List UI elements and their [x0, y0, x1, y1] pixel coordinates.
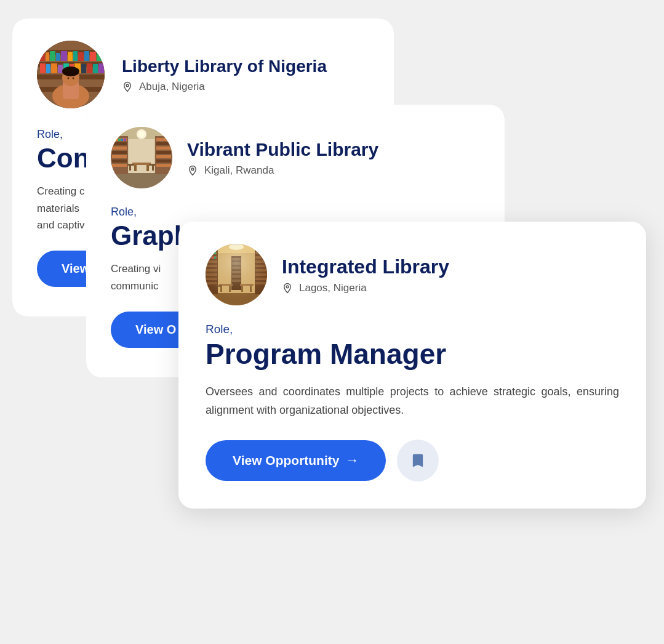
svg-rect-26: [93, 64, 98, 73]
svg-rect-17: [40, 63, 46, 73]
svg-rect-52: [121, 139, 123, 141]
svg-rect-87: [207, 257, 209, 259]
org-info-integrated: Integrated Library Lagos, Nigeria: [282, 255, 449, 294]
org-name-integrated: Integrated Library: [282, 255, 449, 278]
svg-point-31: [62, 66, 79, 76]
svg-rect-46: [112, 155, 127, 158]
svg-point-40: [138, 131, 145, 137]
svg-rect-37: [111, 173, 172, 188]
svg-rect-43: [112, 142, 127, 145]
card-actions-integrated: View Opportunity →: [206, 440, 619, 481]
role-label-integrated: Role,: [206, 323, 619, 336]
svg-rect-65: [128, 164, 134, 166]
svg-rect-67: [149, 164, 155, 166]
location-text-integrated: Lagos, Nigeria: [299, 282, 367, 294]
svg-rect-38: [129, 139, 154, 173]
svg-rect-19: [51, 63, 57, 73]
svg-rect-66: [129, 166, 131, 171]
bookmark-button-integrated[interactable]: [397, 440, 439, 481]
org-location-integrated: Lagos, Nigeria: [282, 282, 449, 294]
svg-rect-6: [40, 51, 45, 61]
svg-rect-62: [132, 163, 151, 165]
org-header-integrated: Integrated Library Lagos, Nigeria: [206, 244, 619, 305]
role-title-integrated: Program Manager: [206, 339, 619, 370]
org-header-vibrant: Vibrant Public Library Kigali, Rwanda: [111, 127, 480, 188]
svg-rect-18: [46, 64, 50, 73]
svg-point-32: [68, 78, 70, 79]
svg-rect-63: [134, 165, 137, 171]
svg-rect-11: [68, 52, 73, 61]
arrow-right-icon: →: [345, 453, 359, 469]
org-name-vibrant: Vibrant Public Library: [187, 139, 378, 161]
svg-rect-20: [58, 65, 63, 73]
org-header-liberty: Liberty Library of Nigeria Abuja, Nigeri…: [37, 41, 369, 108]
svg-rect-116: [206, 244, 267, 305]
svg-rect-61: [156, 164, 171, 167]
svg-rect-55: [156, 138, 171, 141]
svg-rect-49: [113, 139, 115, 141]
svg-rect-68: [152, 166, 154, 171]
role-label-vibrant: Role,: [111, 206, 480, 219]
svg-rect-60: [156, 159, 171, 163]
svg-rect-7: [46, 52, 49, 61]
svg-rect-15: [90, 52, 96, 61]
view-opportunity-button-integrated[interactable]: View Opportunity →: [206, 440, 386, 481]
svg-rect-53: [124, 139, 126, 141]
svg-point-69: [191, 168, 194, 171]
bookmark-icon: [409, 452, 426, 469]
role-section-integrated: Role, Program Manager Oversees and coord…: [206, 323, 619, 481]
scene: Liberty Library of Nigeria Abuja, Nigeri…: [0, 0, 664, 644]
svg-rect-48: [112, 164, 127, 167]
svg-rect-45: [112, 151, 127, 154]
svg-rect-59: [156, 155, 171, 158]
svg-rect-10: [61, 51, 67, 61]
svg-rect-24: [81, 64, 86, 73]
org-info-vibrant: Vibrant Public Library Kigali, Rwanda: [187, 139, 378, 177]
avatar-integrated: [206, 244, 267, 305]
svg-rect-51: [118, 139, 121, 141]
svg-rect-57: [156, 147, 171, 150]
svg-rect-25: [87, 63, 92, 73]
org-location-liberty: Abuja, Nigeria: [122, 81, 327, 93]
role-desc-integrated: Oversees and coordinates multiple projec…: [206, 382, 619, 420]
location-text-liberty: Abuja, Nigeria: [139, 81, 205, 93]
btn-label-integrated: View Opportunity: [233, 453, 339, 468]
svg-point-34: [126, 84, 129, 87]
svg-rect-56: [156, 142, 171, 145]
svg-rect-14: [84, 51, 89, 61]
svg-point-33: [73, 78, 74, 79]
svg-rect-8: [50, 51, 55, 61]
svg-rect-16: [97, 51, 102, 61]
svg-rect-27: [98, 63, 104, 73]
card-integrated-library: Integrated Library Lagos, Nigeria Role, …: [178, 222, 646, 509]
svg-rect-64: [146, 165, 149, 171]
avatar-vibrant: [111, 127, 172, 188]
svg-rect-12: [73, 51, 78, 61]
org-info-liberty: Liberty Library of Nigeria Abuja, Nigeri…: [122, 56, 327, 93]
org-name-liberty: Liberty Library of Nigeria: [122, 56, 327, 77]
location-text-vibrant: Kigali, Rwanda: [204, 164, 274, 177]
svg-rect-13: [78, 52, 84, 61]
svg-rect-44: [112, 147, 127, 150]
svg-rect-83: [207, 252, 209, 254]
svg-rect-84: [209, 252, 211, 254]
svg-rect-9: [56, 53, 60, 61]
avatar-liberty: [37, 41, 105, 108]
svg-rect-58: [156, 151, 171, 154]
svg-rect-50: [116, 139, 118, 141]
org-location-vibrant: Kigali, Rwanda: [187, 164, 378, 177]
svg-rect-47: [112, 159, 127, 163]
svg-point-117: [286, 286, 289, 288]
